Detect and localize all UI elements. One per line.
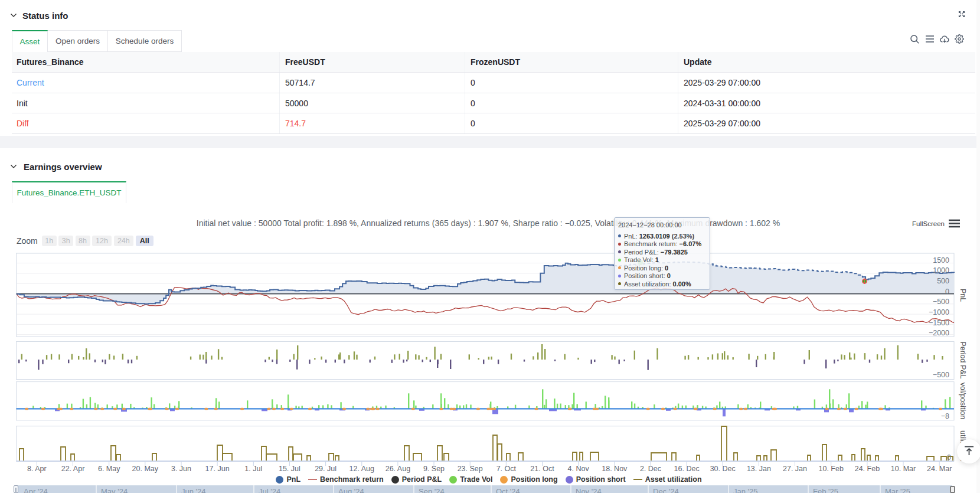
svg-text:10. Mar: 10. Mar — [891, 465, 916, 473]
svg-text:26. Aug: 26. Aug — [386, 465, 410, 473]
svg-text:−500: −500 — [933, 371, 949, 379]
svg-text:24. Feb: 24. Feb — [855, 465, 880, 473]
svg-text:29. Jul: 29. Jul — [315, 465, 337, 473]
svg-text:8. Apr: 8. Apr — [27, 465, 47, 473]
svg-text:4. Nov: 4. Nov — [568, 465, 590, 473]
svg-text:1000: 1000 — [933, 266, 949, 275]
svg-text:−1500: −1500 — [929, 319, 949, 327]
svg-text:30. Dec: 30. Dec — [710, 465, 736, 473]
svg-text:500: 500 — [937, 277, 949, 285]
svg-text:17. Jun: 17. Jun — [205, 465, 230, 473]
svg-text:13. Jan: 13. Jan — [747, 465, 771, 473]
svg-text:1. Jul: 1. Jul — [244, 465, 262, 473]
svg-text:12. Aug: 12. Aug — [349, 465, 374, 473]
svg-text:23. Sep: 23. Sep — [458, 465, 483, 473]
svg-text:9. Sep: 9. Sep — [423, 465, 445, 473]
svg-text:20. May: 20. May — [132, 465, 159, 473]
svg-text:27. Jan: 27. Jan — [783, 465, 807, 473]
svg-text:18. Nov: 18. Nov — [602, 465, 628, 473]
svg-text:24. Mar: 24. Mar — [927, 465, 952, 473]
svg-text:−2000: −2000 — [929, 329, 949, 337]
svg-text:Period P&L: Period P&L — [959, 341, 967, 378]
svg-text:22. Apr: 22. Apr — [61, 465, 85, 473]
svg-text:vol/position: vol/position — [959, 383, 967, 420]
svg-text:0: 0 — [945, 288, 949, 296]
svg-text:−8: −8 — [941, 412, 949, 420]
svg-text:7. Oct: 7. Oct — [496, 465, 517, 473]
svg-text:10. Feb: 10. Feb — [819, 465, 844, 473]
svg-text:1500: 1500 — [933, 256, 949, 265]
svg-text:−500: −500 — [933, 298, 949, 306]
svg-text:2. Dec: 2. Dec — [640, 465, 661, 473]
svg-text:16. Dec: 16. Dec — [674, 465, 700, 473]
svg-text:PnL: PnL — [959, 289, 967, 302]
svg-text:21. Oct: 21. Oct — [530, 465, 554, 473]
svg-text:−1000: −1000 — [929, 308, 949, 316]
svg-text:15. Jul: 15. Jul — [279, 465, 300, 473]
svg-text:0: 0 — [947, 453, 951, 462]
svg-text:6. May: 6. May — [98, 465, 120, 473]
svg-text:3. Jun: 3. Jun — [171, 465, 191, 473]
